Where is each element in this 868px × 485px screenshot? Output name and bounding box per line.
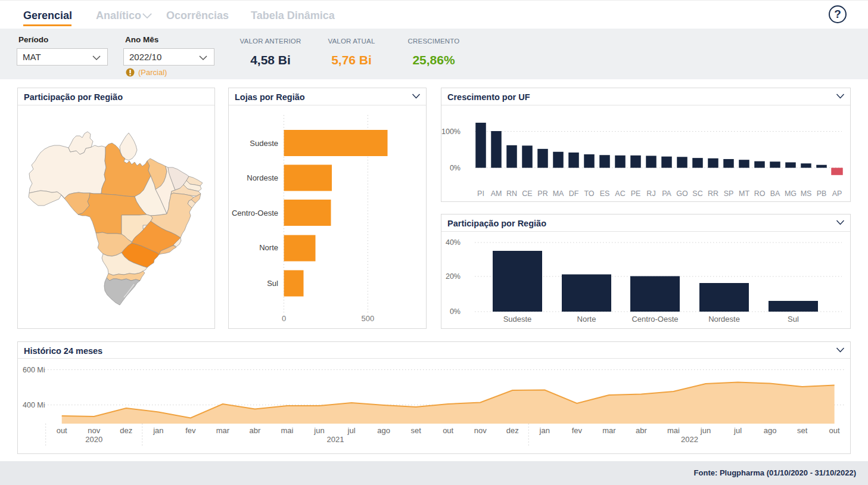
svg-text:TO: TO — [584, 189, 594, 198]
svg-text:ES: ES — [600, 189, 610, 198]
svg-text:100%: 100% — [441, 128, 461, 136]
svg-text:SC: SC — [692, 189, 702, 198]
svg-text:ago: ago — [764, 426, 777, 435]
svg-text:Centro-Oeste: Centro-Oeste — [631, 315, 678, 324]
svg-text:RJ: RJ — [646, 189, 655, 198]
svg-text:set: set — [410, 426, 421, 435]
svg-text:GO: GO — [676, 189, 688, 198]
svg-text:dez: dez — [506, 426, 519, 435]
svg-text:PB: PB — [817, 189, 827, 198]
svg-text:2022: 2022 — [681, 435, 698, 444]
svg-text:RN: RN — [506, 189, 517, 198]
svg-text:abr: abr — [636, 426, 647, 435]
svg-text:BA: BA — [770, 189, 780, 198]
svg-text:Sudeste: Sudeste — [503, 315, 532, 324]
svg-text:0%: 0% — [450, 164, 461, 172]
svg-text:MA: MA — [553, 189, 564, 198]
svg-text:ago: ago — [377, 426, 390, 435]
svg-text:0%: 0% — [450, 307, 461, 316]
svg-text:AM: AM — [491, 189, 502, 198]
svg-text:jan: jan — [539, 426, 550, 435]
svg-text:600 Mi: 600 Mi — [23, 366, 45, 374]
svg-text:CE: CE — [522, 189, 532, 198]
svg-text:Norte: Norte — [259, 243, 278, 252]
svg-text:Sul: Sul — [788, 315, 799, 324]
svg-text:mai: mai — [281, 426, 294, 435]
svg-text:2021: 2021 — [327, 435, 344, 444]
svg-text:PI: PI — [477, 189, 484, 198]
svg-text:MG: MG — [785, 189, 797, 198]
svg-text:AP: AP — [832, 189, 842, 198]
svg-text:mar: mar — [602, 426, 616, 435]
svg-text:out: out — [829, 426, 840, 435]
svg-text:PE: PE — [631, 189, 641, 198]
svg-text:MT: MT — [739, 189, 749, 198]
svg-text:jul: jul — [733, 426, 742, 435]
svg-text:RO: RO — [754, 189, 766, 198]
svg-text:dez: dez — [120, 426, 132, 435]
svg-text:jun: jun — [313, 426, 324, 435]
svg-text:400 Mi: 400 Mi — [23, 401, 45, 409]
svg-text:jan: jan — [153, 426, 163, 435]
svg-text:PR: PR — [537, 189, 547, 198]
svg-text:abr: abr — [250, 426, 261, 435]
svg-text:out: out — [57, 426, 67, 435]
svg-text:PA: PA — [662, 189, 671, 198]
svg-text:nov: nov — [88, 426, 100, 435]
svg-text:DF: DF — [569, 189, 579, 198]
svg-text:Nordeste: Nordeste — [708, 315, 740, 324]
svg-text:fev: fev — [185, 426, 196, 435]
svg-text:AC: AC — [615, 189, 625, 198]
svg-text:MS: MS — [801, 189, 812, 198]
svg-text:mar: mar — [216, 426, 230, 435]
svg-text:Sul: Sul — [267, 279, 278, 288]
svg-text:Nordeste: Nordeste — [247, 173, 278, 182]
svg-text:Norte: Norte — [577, 315, 596, 324]
svg-text:20%: 20% — [446, 272, 461, 281]
svg-text:500: 500 — [362, 314, 375, 323]
svg-text:mai: mai — [667, 426, 680, 435]
svg-text:fev: fev — [572, 426, 583, 435]
svg-text:0: 0 — [282, 314, 286, 323]
svg-text:Sudeste: Sudeste — [250, 139, 278, 148]
svg-text:2020: 2020 — [85, 435, 102, 444]
svg-text:RR: RR — [708, 189, 718, 198]
svg-text:Centro-Oeste: Centro-Oeste — [232, 209, 278, 217]
svg-text:set: set — [797, 426, 808, 435]
svg-text:SP: SP — [724, 189, 734, 198]
svg-text:jul: jul — [347, 426, 356, 435]
svg-text:out: out — [443, 426, 453, 435]
svg-text:40%: 40% — [446, 238, 461, 247]
svg-text:jun: jun — [700, 426, 711, 435]
svg-text:nov: nov — [474, 426, 487, 435]
